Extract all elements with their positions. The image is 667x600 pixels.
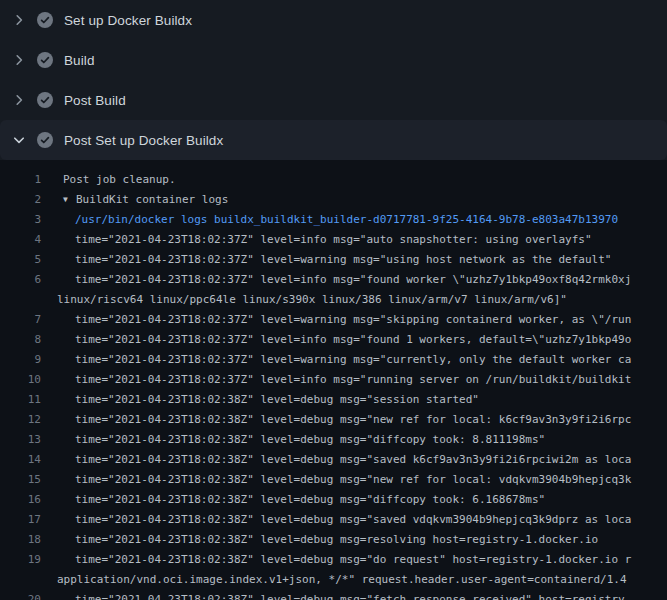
line-number[interactable]: 11: [0, 390, 41, 410]
line-number[interactable]: 3: [0, 210, 41, 230]
log-text: time="2021-04-23T18:02:38Z" level=debug …: [75, 430, 545, 450]
log-row: 15 time="2021-04-23T18:02:38Z" level=deb…: [0, 470, 667, 490]
line-number[interactable]: 7: [0, 310, 41, 330]
log-row: 18 time="2021-04-23T18:02:38Z" level=deb…: [0, 530, 667, 550]
line-number[interactable]: 20: [0, 590, 41, 600]
log-row: 7 time="2021-04-23T18:02:37Z" level=warn…: [0, 310, 667, 330]
step-row-set-up-docker-buildx[interactable]: Set up Docker Buildx: [0, 0, 667, 40]
log-output: 1 Post job cleanup. 2 ▼ BuildKit contain…: [0, 160, 667, 600]
chevron-right-icon: [11, 12, 27, 28]
log-text: time="2021-04-23T18:02:38Z" level=debug …: [75, 490, 545, 510]
line-number[interactable]: 14: [0, 450, 41, 470]
line-number[interactable]: 8: [0, 330, 41, 350]
log-row: 6 time="2021-04-23T18:02:37Z" level=info…: [0, 270, 667, 290]
log-row: 14 time="2021-04-23T18:02:38Z" level=deb…: [0, 450, 667, 470]
log-text: time="2021-04-23T18:02:37Z" level=info m…: [75, 230, 592, 250]
log-text: linux/riscv64 linux/ppc64le linux/s390x …: [57, 290, 567, 310]
log-text: time="2021-04-23T18:02:37Z" level=info m…: [75, 370, 631, 390]
line-number[interactable]: 1: [0, 170, 41, 190]
line-number[interactable]: 9: [0, 350, 41, 370]
line-number[interactable]: [0, 290, 41, 310]
log-row: 17 time="2021-04-23T18:02:38Z" level=deb…: [0, 510, 667, 530]
log-row: 10 time="2021-04-23T18:02:37Z" level=inf…: [0, 370, 667, 390]
line-number[interactable]: 10: [0, 370, 41, 390]
step-row-post-set-up-docker-buildx[interactable]: Post Set up Docker Buildx: [0, 120, 667, 160]
log-row: 16 time="2021-04-23T18:02:38Z" level=deb…: [0, 490, 667, 510]
log-text: time="2021-04-23T18:02:38Z" level=debug …: [75, 390, 479, 410]
line-number[interactable]: 5: [0, 250, 41, 270]
log-text: time="2021-04-23T18:02:38Z" level=debug …: [75, 410, 631, 430]
log-text: time="2021-04-23T18:02:38Z" level=debug …: [75, 450, 631, 470]
chevron-right-icon: [11, 52, 27, 68]
check-circle-icon: [37, 52, 53, 68]
chevron-down-icon: [11, 132, 27, 148]
line-number[interactable]: 6: [0, 270, 41, 290]
step-label: Build: [64, 53, 95, 68]
log-text: BuildKit container logs: [76, 190, 228, 210]
log-text: time="2021-04-23T18:02:38Z" level=debug …: [75, 590, 631, 600]
line-number[interactable]: 12: [0, 410, 41, 430]
log-row: 5 time="2021-04-23T18:02:37Z" level=warn…: [0, 250, 667, 270]
log-text: time="2021-04-23T18:02:38Z" level=debug …: [75, 530, 598, 550]
log-row: 20 time="2021-04-23T18:02:38Z" level=deb…: [0, 590, 667, 600]
line-number[interactable]: 19: [0, 550, 41, 570]
step-label: Post Build: [64, 93, 126, 108]
step-label: Set up Docker Buildx: [64, 13, 192, 28]
log-row: 9 time="2021-04-23T18:02:37Z" level=warn…: [0, 350, 667, 370]
line-number[interactable]: 13: [0, 430, 41, 450]
line-number[interactable]: 2: [0, 190, 41, 210]
log-text: Post job cleanup.: [63, 170, 176, 190]
line-number[interactable]: 15: [0, 470, 41, 490]
line-number[interactable]: 4: [0, 230, 41, 250]
check-circle-icon: [37, 132, 53, 148]
log-row: 12 time="2021-04-23T18:02:38Z" level=deb…: [0, 410, 667, 430]
log-row: 19 time="2021-04-23T18:02:38Z" level=deb…: [0, 550, 667, 570]
log-row: 1 Post job cleanup.: [0, 170, 667, 190]
log-row: 4 time="2021-04-23T18:02:37Z" level=info…: [0, 230, 667, 250]
line-number[interactable]: [0, 570, 41, 590]
log-row: 8 time="2021-04-23T18:02:37Z" level=info…: [0, 330, 667, 350]
check-circle-icon: [37, 92, 53, 108]
log-row: application/vnd.oci.image.index.v1+json,…: [0, 570, 667, 590]
log-text: time="2021-04-23T18:02:37Z" level=info m…: [75, 330, 631, 350]
log-text: time="2021-04-23T18:02:37Z" level=warnin…: [75, 310, 631, 330]
log-row: linux/riscv64 linux/ppc64le linux/s390x …: [0, 290, 667, 310]
log-row: 13 time="2021-04-23T18:02:38Z" level=deb…: [0, 430, 667, 450]
line-number[interactable]: 18: [0, 530, 41, 550]
log-text: time="2021-04-23T18:02:38Z" level=debug …: [75, 510, 631, 530]
steps-list: Set up Docker Buildx Build: [0, 0, 667, 160]
line-number[interactable]: 17: [0, 510, 41, 530]
line-number[interactable]: 16: [0, 490, 41, 510]
log-text: time="2021-04-23T18:02:37Z" level=info m…: [75, 270, 631, 290]
log-text: time="2021-04-23T18:02:38Z" level=debug …: [75, 550, 631, 570]
step-row-build[interactable]: Build: [0, 40, 667, 80]
group-collapse-marker: ▼: [63, 190, 76, 210]
log-row[interactable]: 2 ▼ BuildKit container logs: [0, 190, 667, 210]
check-circle-icon: [37, 12, 53, 28]
log-row: 3 /usr/bin/docker logs buildx_buildkit_b…: [0, 210, 667, 230]
log-text: /usr/bin/docker logs buildx_buildkit_bui…: [75, 210, 618, 230]
step-label: Post Set up Docker Buildx: [64, 133, 223, 148]
workflow-logs-panel: { "colors": { "page_bg": "#0d1117", "ste…: [0, 0, 667, 600]
log-text: time="2021-04-23T18:02:37Z" level=warnin…: [75, 250, 611, 270]
chevron-right-icon: [11, 92, 27, 108]
step-row-post-build[interactable]: Post Build: [0, 80, 667, 120]
log-row: 11 time="2021-04-23T18:02:38Z" level=deb…: [0, 390, 667, 410]
log-text: application/vnd.oci.image.index.v1+json,…: [57, 570, 627, 590]
log-text: time="2021-04-23T18:02:38Z" level=debug …: [75, 470, 631, 490]
log-text: time="2021-04-23T18:02:37Z" level=warnin…: [75, 350, 631, 370]
